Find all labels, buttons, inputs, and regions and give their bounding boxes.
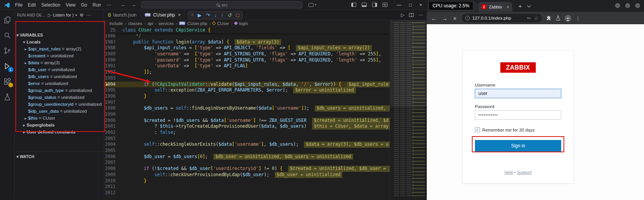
line-number[interactable]: 1991 — [104, 63, 122, 69]
code-line[interactable]: 1997 — [104, 100, 390, 106]
line-number[interactable]: 2002 — [104, 130, 122, 136]
browser-tab-zabbix[interactable]: Z Zabbix × — [478, 2, 512, 12]
line-number[interactable]: 2003 — [104, 136, 122, 142]
bookmark-star-icon[interactable]: ☆ — [534, 15, 538, 21]
variable-row[interactable]: $group_userdirectoryid = uninitialized — [15, 101, 104, 108]
menu-selection[interactable]: Selection — [39, 2, 63, 8]
breadcrumb-method[interactable]: login — [239, 21, 248, 26]
menu-edit[interactable]: Edit — [25, 2, 39, 8]
history-forward-icon[interactable]: → — [131, 2, 136, 8]
code-line[interactable]: 2008 if (!$created && $db_user['userdire… — [104, 166, 390, 172]
line-number[interactable]: 2011 — [104, 184, 122, 190]
tab-cuser-php[interactable]: php CUser.php × — [141, 10, 185, 20]
toggle-secondary-sidebar-icon[interactable] — [372, 3, 377, 7]
line-number[interactable]: 1993 — [104, 75, 122, 82]
step-over-button[interactable]: ↷ — [206, 12, 210, 18]
sticky-scroll-line[interactable]: 25 class CUser extends CApiService { — [104, 27, 390, 33]
variable-row[interactable]: $error = uninitialized — [15, 80, 104, 87]
code-line[interactable]: 1992 ]]; — [104, 69, 390, 75]
line-number[interactable]: 1988 — [104, 45, 122, 51]
menu-go[interactable]: Go — [78, 2, 90, 8]
code-line[interactable]: 1988 $api_input_rules = ['type' => API_O… — [104, 45, 390, 51]
remember-checkbox[interactable]: ✓ — [475, 127, 480, 132]
line-number[interactable]: 2010 — [104, 178, 122, 184]
restart-button[interactable]: ↺ — [228, 12, 232, 18]
breadcrumb-services[interactable]: services — [158, 21, 174, 26]
search-view-icon[interactable] — [3, 31, 12, 40]
breadcrumb-file[interactable]: CUser.php — [187, 21, 207, 26]
variable-row[interactable]: $created = uninitialized — [15, 52, 104, 59]
variable-row[interactable]: ▸$data = array(3) — [15, 59, 104, 66]
line-number[interactable]: 1987 — [104, 39, 122, 45]
tab-close-icon[interactable]: × — [178, 12, 181, 18]
line-number[interactable]: 2000 — [104, 118, 122, 124]
code-line[interactable]: 1989 'username' => ['type' => API_STRING… — [104, 51, 390, 57]
step-out-button[interactable]: ↑ — [221, 12, 224, 18]
help-link[interactable]: Help — [504, 170, 513, 175]
explorer-icon[interactable] — [3, 15, 12, 25]
chevron-right-icon[interactable]: ▸ — [23, 61, 28, 65]
line-number[interactable]: 2001 — [104, 123, 122, 130]
new-tab-button[interactable]: + — [516, 2, 524, 10]
code-line[interactable]: 2003 — [104, 136, 390, 142]
line-number[interactable]: 2006 — [104, 154, 122, 160]
titlebar-extra-icon[interactable]: ▾ — [309, 3, 316, 7]
code-line[interactable]: 1986 */ — [104, 33, 390, 39]
code-editor[interactable]: 1986 */1987 public function login(array … — [104, 33, 390, 200]
history-back-icon[interactable]: ← — [121, 2, 126, 8]
menu-run[interactable]: Run — [90, 2, 104, 8]
chevron-right-icon[interactable]: ▸ — [23, 116, 28, 120]
code-line[interactable]: 2011 — [104, 184, 390, 190]
run-file-icon[interactable]: ▷ — [401, 12, 404, 18]
run-debug-icon[interactable]: 1 — [3, 62, 12, 71]
line-number[interactable]: 2009 — [104, 172, 122, 178]
split-editor-icon[interactable] — [409, 13, 414, 17]
browser-back-icon[interactable]: ← — [431, 15, 438, 22]
address-bar[interactable]: i 127.0.0.1/index.php ☆ — [462, 14, 542, 22]
watch-header[interactable]: ▾ WATCH — [15, 153, 104, 160]
code-line[interactable]: 1993 — [104, 75, 390, 82]
site-info-icon[interactable]: i — [465, 16, 470, 20]
toggle-panel-icon[interactable] — [362, 3, 367, 7]
step-into-button[interactable]: ↓ — [214, 12, 217, 18]
window-minimize-button[interactable]: — — [397, 2, 401, 8]
menu-overflow[interactable]: ⋯ — [104, 2, 114, 8]
code-line[interactable]: 2001 ? $this->tryToCreateLdapProvisioned… — [104, 123, 390, 130]
code-line[interactable]: 2004 self::checkSingleUserExists($data['… — [104, 142, 390, 148]
variable-row[interactable]: $db_user = uninitialized — [15, 66, 104, 73]
code-line[interactable]: 2012 — [104, 190, 390, 196]
browser-close-button[interactable] — [635, 3, 640, 8]
code-line[interactable]: 2010 } — [104, 178, 390, 184]
toggle-sidebar-icon[interactable] — [351, 3, 356, 7]
variable-row[interactable]: $idp_user_data = uninitialized — [15, 108, 104, 115]
line-number[interactable]: 2004 — [104, 142, 122, 148]
line-number[interactable]: 2008 — [104, 166, 122, 172]
code-line[interactable]: 2009 self::checkUserProvisionedByLdap($d… — [104, 172, 390, 178]
support-link[interactable]: Support — [517, 170, 532, 175]
browser-forward-icon[interactable]: → — [441, 15, 448, 22]
extensions-icon[interactable] — [3, 77, 12, 86]
drag-handle-icon[interactable]: ⠿ — [191, 13, 193, 17]
window-maximize-button[interactable]: □ — [409, 2, 412, 8]
line-number[interactable]: 1986 — [104, 33, 122, 39]
variable-row[interactable]: $db_users = uninitialized — [15, 73, 104, 80]
password-field[interactable] — [475, 110, 561, 120]
code-line[interactable]: 2005 — [104, 148, 390, 154]
breadcrumb-api[interactable]: api — [148, 21, 153, 26]
command-center-search[interactable]: src — [141, 1, 302, 8]
breadcrumb-class[interactable]: CUser — [217, 21, 229, 26]
code-line[interactable]: 1999 — [104, 112, 390, 118]
editor-more-icon[interactable]: ⋯ — [418, 12, 423, 18]
code-line[interactable]: ▶1994 if (!CApiInputValidator::validate(… — [104, 82, 390, 88]
code-line[interactable]: 1991 'userData' => ['type' => API_FLAG] — [104, 63, 390, 69]
menu-view[interactable]: View — [63, 2, 78, 8]
browser-maximize-button[interactable] — [625, 3, 630, 8]
source-control-icon[interactable] — [3, 46, 12, 55]
line-number[interactable]: 1998 — [104, 105, 122, 112]
code-line[interactable]: 1998 $db_users = self::findLoginUsersByU… — [104, 105, 390, 112]
debug-config-dropdown[interactable]: ▷ Listen for ) ▾ — [48, 12, 77, 18]
url-text[interactable]: 127.0.0.1/index.php — [472, 16, 524, 20]
customize-layout-icon[interactable] — [382, 3, 387, 7]
minimap-viewport[interactable] — [390, 20, 427, 107]
browser-minimize-button[interactable] — [615, 3, 620, 8]
